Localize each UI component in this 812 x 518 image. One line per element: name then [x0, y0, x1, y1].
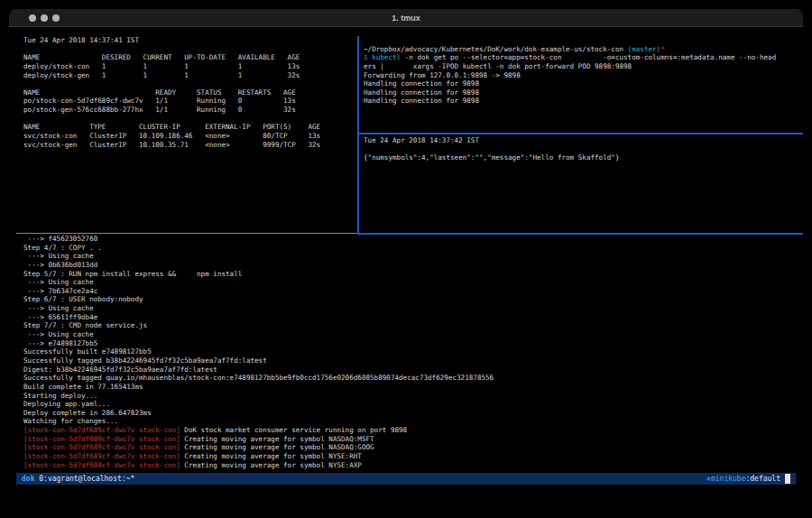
terminal-line: Step 7/7 : CMD node service.js: [23, 321, 801, 330]
terminal-line: Handling connection for 9898: [364, 97, 801, 106]
terminal-line: Step 4/7 : COPY . .: [23, 244, 801, 253]
terminal-line: ---> Using cache: [23, 252, 801, 261]
kube-context: minikube: [711, 475, 746, 483]
pane-divider-horizontal-left[interactable]: [16, 233, 357, 234]
terminal-line: [stock-con-5d7df689cf-dwc7v stock-con] D…: [23, 426, 801, 435]
pane-divider-horizontal-bottom-right[interactable]: [357, 233, 803, 235]
terminal-line: NAME TYPE CLUSTER-IP EXTERNAL-IP PORT(S)…: [23, 123, 355, 132]
title-bar[interactable]: 1. tmux: [9, 9, 803, 27]
pane-port-forward[interactable]: ~/Dropbox/advocacy/Kubernetes/DoK/work/d…: [364, 36, 801, 141]
terminal-line: [364, 36, 801, 45]
terminal-line: [stock-con-5d7df689cf-dwc7v stock-con] C…: [23, 461, 801, 470]
terminal-line: Deploying app.yaml...: [23, 400, 801, 409]
terminal-line: ---> 65611ff9db4e: [23, 313, 801, 322]
terminal-line: $ kubectl -n dok get po --selector=app=s…: [364, 53, 801, 62]
pane-kubectl-watch[interactable]: Tue 24 Apr 2018 14:37:41 IST NAME DESIRE…: [23, 36, 355, 233]
terminal-line: ers | xargs -IPOD kubectl -n dok port-fo…: [364, 62, 801, 71]
terminal-line: ---> Using cache: [23, 304, 801, 313]
terminal-line: Build complete in 77.165413ms: [23, 383, 801, 392]
terminal-line: ~/Dropbox/advocacy/Kubernetes/DoK/work/d…: [364, 45, 801, 54]
terminal-line: svc/stock-gen ClusterIP 10.100.35.71 <no…: [23, 141, 355, 150]
terminal-line: Handling connection for 9898: [364, 88, 801, 97]
terminal-line: Digest: b38b42246945fd7f32c5ba9aea7af7fd…: [23, 365, 801, 375]
pane-divider-vertical[interactable]: [357, 36, 359, 234]
terminal-line: Deploy complete in 286.647823ms: [23, 409, 801, 418]
terminal-line: Watching for changes...: [23, 417, 801, 426]
terminal-line: [23, 115, 355, 124]
terminal-line: Starting deploy...: [23, 392, 801, 401]
terminal-line: [stock-con-5d7df689cf-dwc7v stock-con] C…: [23, 443, 801, 452]
terminal-line: [23, 45, 355, 54]
tmux-status-bar: dok 0:vagrant@localhost:~* ⎈ minikube :d…: [16, 473, 796, 485]
terminal-line: ---> Using cache: [23, 278, 801, 287]
terminal-line: [stock-con-5d7df689cf-dwc7v stock-con] C…: [23, 452, 801, 461]
terminal-line: [23, 79, 355, 88]
terminal-line: Forwarding from 127.0.0.1:9898 -> 9898: [364, 71, 801, 80]
terminal-line: deploy/stock-con 1 1 1 1 13s: [23, 62, 355, 71]
terminal-line: Handling connection for 9898: [364, 79, 801, 88]
pane-skaffold-build-log[interactable]: ---> f45623052760Step 4/7 : COPY . . ---…: [23, 235, 801, 473]
terminal-line: ---> e74898127bb5: [23, 339, 801, 348]
pane-service-output[interactable]: Tue 24 Apr 2018 14:37:42 IST {"numsymbol…: [364, 136, 801, 232]
terminal-line: ---> f45623052760: [23, 235, 801, 244]
window-title: 1. tmux: [9, 14, 803, 23]
terminal-line: Successfully built e74898127bb5: [23, 347, 801, 356]
terminal-line: Successfully tagged quay.io/mhausenblas/…: [23, 374, 801, 383]
terminal-line: Step 5/7 : RUN npm install express && np…: [23, 270, 801, 279]
terminal-line: ---> 0b636bd013dd: [23, 261, 801, 270]
terminal-line: [364, 145, 801, 154]
terminal-line: ---> 7b6347ce2a4c: [23, 287, 801, 296]
terminal-line: Step 6/7 : USER nobody:nobody: [23, 295, 801, 304]
kube-namespace: :default: [745, 475, 780, 483]
terminal-line: [stock-con-5d7df689cf-dwc7v stock-con] C…: [23, 435, 801, 444]
terminal-line: Successfully tagged b38b42246945fd7f32c5…: [23, 356, 801, 365]
terminal-line: NAME READY STATUS RESTARTS AGE: [23, 88, 355, 97]
session-name: dok: [22, 475, 34, 483]
terminal-line: po/stock-con-5d7df689cf-dwc7v 1/1 Runnin…: [23, 97, 355, 106]
terminal-line: Tue 24 Apr 2018 14:37:42 IST: [364, 136, 801, 145]
terminal-line: ---> Using cache: [23, 330, 801, 339]
terminal-line: Tue 24 Apr 2018 14:37:41 IST: [23, 36, 355, 45]
tmux-session: Tue 24 Apr 2018 14:37:41 IST NAME DESIRE…: [9, 27, 803, 511]
pane-divider-horizontal-right[interactable]: [357, 133, 803, 134]
terminal-line: po/stock-gen-576cc688bb-277hx 1/1 Runnin…: [23, 106, 355, 115]
terminal-line: deploy/stock-gen 1 1 1 1 32s: [23, 71, 355, 80]
status-end-block: [785, 474, 790, 484]
terminal-line: svc/stock-con ClusterIP 10.109.186.46 <n…: [23, 132, 355, 141]
terminal-line: {"numsymbols":4,"lastseen":"","message":…: [364, 153, 801, 162]
terminal-window: 1. tmux Tue 24 Apr 2018 14:37:41 IST NAM…: [9, 9, 803, 511]
window-tab-current[interactable]: 0:vagrant@localhost:~*: [34, 475, 134, 483]
terminal-line: NAME DESIRED CURRENT UP-TO-DATE AVAILABL…: [23, 53, 355, 62]
